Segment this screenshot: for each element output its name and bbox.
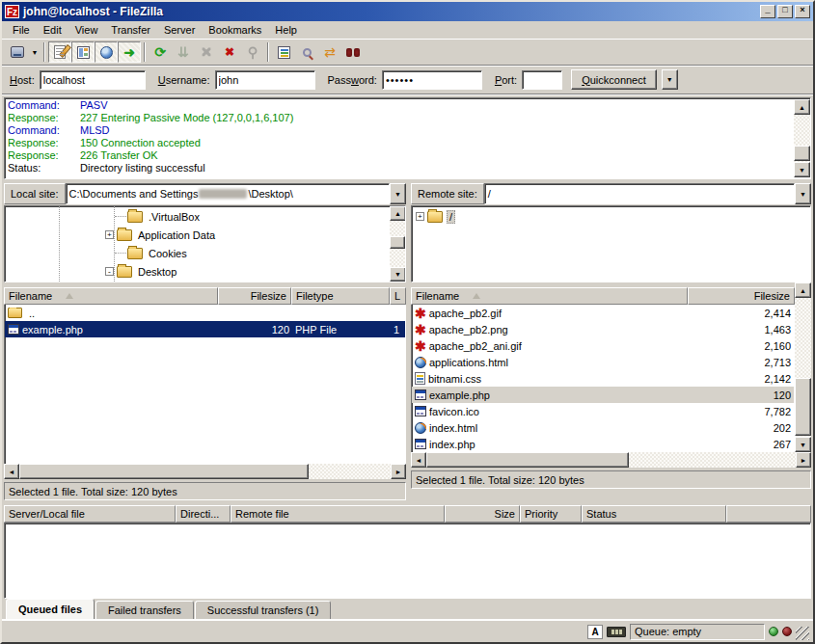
local-site-dropdown[interactable]: ▼ xyxy=(390,183,406,204)
password-label: Password: xyxy=(328,74,377,86)
collapse-icon[interactable]: - xyxy=(105,267,114,276)
scrollbar-thumb[interactable] xyxy=(795,378,811,436)
scroll-right-icon[interactable]: ► xyxy=(796,452,811,468)
toggle-local-tree-button[interactable] xyxy=(71,41,95,63)
file-row[interactable]: ✱apache_pb2_ani.gif 2,160 xyxy=(412,337,794,354)
scroll-down-icon[interactable]: ▼ xyxy=(794,162,810,177)
cancel-button[interactable]: 🗙 xyxy=(195,41,218,63)
menu-help[interactable]: Help xyxy=(268,22,304,38)
toggle-queue-button[interactable]: ➜ xyxy=(118,41,141,63)
column-filesize[interactable]: Filesize xyxy=(218,287,291,305)
scroll-down-icon[interactable]: ▼ xyxy=(390,267,406,282)
tab-successful-transfers[interactable]: Successful transfers (1) xyxy=(195,601,332,619)
site-manager-button[interactable] xyxy=(6,41,29,63)
scrollbar-thumb[interactable] xyxy=(390,236,405,249)
local-site-path[interactable]: C:\Documents and Settings\Desktop\ xyxy=(66,183,390,204)
expand-icon[interactable]: + xyxy=(105,230,114,239)
scroll-up-icon[interactable]: ▲ xyxy=(795,282,811,298)
host-input[interactable] xyxy=(40,70,146,90)
remote-list-scrollbar[interactable]: ▲ ▼ xyxy=(795,282,811,452)
toggle-log-button[interactable] xyxy=(48,41,71,63)
maximize-button[interactable]: □ xyxy=(777,5,793,18)
tree-item-cookies[interactable]: Cookies xyxy=(5,244,390,262)
synchronized-browsing-icon: ⇄ xyxy=(324,45,336,59)
scrollbar-thumb[interactable] xyxy=(426,452,629,468)
file-row[interactable]: index.php 267 xyxy=(412,436,794,452)
column-size[interactable]: Size xyxy=(445,505,520,523)
quickconnect-button[interactable]: Quickconnect xyxy=(571,69,657,90)
scroll-up-icon[interactable]: ▲ xyxy=(390,206,406,221)
column-remote-file[interactable]: Remote file xyxy=(231,505,445,523)
column-server-local-file[interactable]: Server/Local file xyxy=(4,505,176,523)
log-line: Command:PASV xyxy=(5,99,794,112)
speed-limit-icon[interactable] xyxy=(607,627,626,637)
local-hscrollbar[interactable]: ◄ ► xyxy=(4,464,406,479)
file-row-parent[interactable]: .. xyxy=(5,305,405,321)
file-row[interactable]: ✱apache_pb2.gif 2,414 xyxy=(412,305,794,321)
synchronized-browsing-button[interactable]: ⇄ xyxy=(318,41,341,63)
ascii-mode-icon[interactable]: A xyxy=(587,625,603,639)
expand-icon[interactable]: + xyxy=(416,212,424,221)
file-row[interactable]: favicon.ico 7,782 xyxy=(412,403,794,419)
scroll-down-icon[interactable]: ▼ xyxy=(795,437,811,452)
message-log-icon xyxy=(54,45,66,59)
menu-transfer[interactable]: Transfer xyxy=(104,22,157,38)
menu-edit[interactable]: Edit xyxy=(37,22,68,38)
scrollbar-thumb[interactable] xyxy=(794,146,810,161)
tree-item-virtualbox[interactable]: .VirtualBox xyxy=(5,207,390,226)
image-file-icon: ✱ xyxy=(415,323,426,336)
menu-file[interactable]: File xyxy=(6,22,37,38)
column-last-modified[interactable]: L xyxy=(390,287,406,305)
column-direction[interactable]: Directi... xyxy=(176,505,231,523)
scroll-right-icon[interactable]: ► xyxy=(391,464,406,479)
quickconnect-dropdown[interactable]: ▼ xyxy=(662,69,678,90)
reconnect-button[interactable]: ⚲ xyxy=(241,41,264,63)
column-priority[interactable]: Priority xyxy=(520,505,582,523)
resize-grip[interactable] xyxy=(796,627,809,640)
directory-comparison-button[interactable] xyxy=(295,41,318,63)
port-input[interactable] xyxy=(522,70,562,90)
find-files-button[interactable] xyxy=(341,41,365,63)
username-input[interactable] xyxy=(215,70,315,90)
column-filename[interactable]: Filename xyxy=(411,287,688,305)
remote-site-dropdown[interactable]: ▼ xyxy=(795,183,811,204)
file-row[interactable]: bitnami.css 2,142 xyxy=(412,370,794,387)
file-row[interactable]: ✱apache_pb2.png 1,463 xyxy=(412,321,794,337)
minimize-button[interactable]: _ xyxy=(760,5,775,18)
tree-item-desktop[interactable]: - Desktop xyxy=(5,262,390,281)
log-scrollbar[interactable]: ▲ ▼ xyxy=(794,99,810,177)
tree-item-root[interactable]: + / xyxy=(412,207,810,226)
column-filesize[interactable]: Filesize xyxy=(688,287,795,305)
password-input[interactable] xyxy=(382,70,482,90)
close-button[interactable]: × xyxy=(795,5,810,18)
file-row-example-php[interactable]: example.php 120 PHP File 1 xyxy=(5,321,405,337)
scroll-up-icon[interactable]: ▲ xyxy=(794,99,810,115)
menu-server[interactable]: Server xyxy=(157,22,202,38)
tab-failed-transfers[interactable]: Failed transfers xyxy=(95,601,194,619)
column-filetype[interactable]: Filetype xyxy=(291,287,390,305)
menu-bookmarks[interactable]: Bookmarks xyxy=(202,22,268,38)
local-tree-scrollbar[interactable]: ▲ ▼ xyxy=(390,206,405,282)
file-row[interactable]: applications.html 2,713 xyxy=(412,354,794,370)
tab-queued-files[interactable]: Queued files xyxy=(6,599,95,619)
site-manager-dropdown[interactable]: ▼ xyxy=(29,41,41,63)
remote-status: Selected 1 file. Total size: 120 bytes xyxy=(411,470,811,489)
scrollbar-thumb[interactable] xyxy=(19,464,309,479)
remote-hscrollbar[interactable]: ◄ ► xyxy=(411,452,811,468)
scroll-left-icon[interactable]: ◄ xyxy=(411,452,426,468)
toolbar-separator xyxy=(144,42,146,62)
file-row[interactable]: index.html 202 xyxy=(412,419,794,436)
toggle-remote-tree-button[interactable] xyxy=(95,41,118,63)
log-line: Command:MLSD xyxy=(5,124,794,137)
tree-item-application-data[interactable]: + Application Data xyxy=(5,226,390,244)
disconnect-button[interactable]: ✖ xyxy=(218,41,241,63)
column-filename[interactable]: Filename xyxy=(4,287,218,305)
remote-site-path[interactable]: / xyxy=(484,183,795,204)
refresh-button[interactable]: ⟳ xyxy=(149,41,172,63)
filter-button[interactable] xyxy=(272,41,295,63)
file-row-example-php[interactable]: example.php 120 xyxy=(412,387,794,403)
process-queue-button[interactable]: ⇊ xyxy=(172,41,195,63)
column-status[interactable]: Status xyxy=(582,505,726,523)
scroll-left-icon[interactable]: ◄ xyxy=(4,464,19,479)
menu-view[interactable]: View xyxy=(68,22,105,38)
